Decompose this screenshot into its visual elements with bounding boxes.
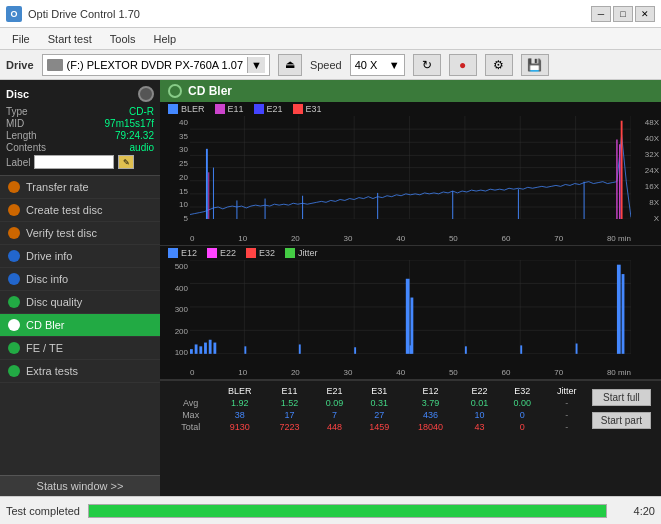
drive-selector[interactable]: (F:) PLEXTOR DVDR PX-760A 1.07 ▼: [42, 54, 270, 76]
legend-e22: E22: [207, 248, 236, 258]
chart2-svg: [190, 260, 631, 354]
chart1-y-axis-right: 48X 40X 32X 24X 16X 8X X: [631, 116, 661, 225]
legend-e32: E32: [246, 248, 275, 258]
legend-e31-box: [293, 104, 303, 114]
x2-10: 10: [238, 368, 247, 377]
svg-rect-47: [213, 343, 216, 354]
disc-label-row: Label ✎: [6, 155, 154, 169]
sidebar-item-drive-info[interactable]: Drive info: [0, 245, 160, 268]
minimize-button[interactable]: ─: [591, 6, 611, 22]
svg-rect-48: [406, 279, 410, 354]
drive-dropdown-btn[interactable]: ▼: [247, 57, 265, 73]
y1r-label-40x: 40X: [633, 134, 659, 143]
legend-e31: E31: [293, 104, 322, 114]
chart-area: CD Bler BLER E11 E21 E31: [160, 80, 661, 496]
speed-selector[interactable]: 40 X ▼: [350, 54, 405, 76]
x2-0: 0: [190, 368, 194, 377]
nav-dot-transfer-rate: [8, 181, 20, 193]
label-edit-button[interactable]: ✎: [118, 155, 134, 169]
legend-e22-label: E22: [220, 248, 236, 258]
record-button[interactable]: ●: [449, 54, 477, 76]
svg-rect-55: [410, 345, 412, 353]
table-buttons: Start full Start part: [590, 385, 653, 433]
menu-file[interactable]: File: [4, 31, 38, 47]
disc-contents-row: Contents audio: [6, 142, 154, 153]
sidebar-item-cd-bler[interactable]: CD Bler: [0, 314, 160, 337]
row-max-e11: 17: [266, 409, 313, 421]
svg-rect-43: [195, 344, 198, 353]
length-value: 79:24.32: [115, 130, 154, 141]
table-row-avg: Avg 1.92 1.52 0.09 0.31 3.79 0.01 0.00 -: [168, 397, 590, 409]
close-button[interactable]: ✕: [635, 6, 655, 22]
start-full-button[interactable]: Start full: [592, 389, 651, 406]
data-table: BLER E11 E21 E31 E12 E22 E32 Jitter: [168, 385, 590, 433]
svg-rect-50: [617, 265, 621, 354]
row-avg-bler: 1.92: [213, 397, 266, 409]
svg-rect-52: [244, 346, 246, 354]
svg-rect-56: [465, 346, 467, 354]
x1-50: 50: [449, 234, 458, 243]
sidebar-item-disc-quality[interactable]: Disc quality: [0, 291, 160, 314]
x1-70: 70: [554, 234, 563, 243]
chart1-legend: BLER E11 E21 E31: [160, 102, 661, 116]
chart2-legend: E12 E22 E32 Jitter: [160, 246, 661, 260]
sidebar-item-fe-te[interactable]: FE / TE: [0, 337, 160, 360]
svg-rect-45: [204, 343, 207, 354]
mid-label: MID: [6, 118, 24, 129]
legend-e21: E21: [254, 104, 283, 114]
sidebar-item-create-test-disc[interactable]: Create test disc: [0, 199, 160, 222]
maximize-button[interactable]: □: [613, 6, 633, 22]
disc-icon: [138, 86, 154, 102]
label-input[interactable]: [34, 155, 114, 169]
chart1-svg: [190, 116, 631, 219]
nav-dot-create-test-disc: [8, 204, 20, 216]
titlebar: O Opti Drive Control 1.70 ─ □ ✕: [0, 0, 661, 28]
sidebar-item-extra-tests[interactable]: Extra tests: [0, 360, 160, 383]
drive-label: Drive: [6, 59, 34, 71]
th-bler: BLER: [213, 385, 266, 397]
legend-bler-label: BLER: [181, 104, 205, 114]
start-part-button[interactable]: Start part: [592, 412, 651, 429]
legend-e12: E12: [168, 248, 197, 258]
disc-type-row: Type CD-R: [6, 106, 154, 117]
th-e31: E31: [356, 385, 403, 397]
y1-label-15: 15: [162, 187, 188, 196]
x2-50: 50: [449, 368, 458, 377]
statusbar: Test completed 4:20: [0, 496, 661, 524]
sidebar: Disc Type CD-R MID 97m15s17f Length 79:2…: [0, 80, 160, 496]
chart2-wrapper: 500 400 300 200 100: [160, 260, 661, 380]
sidebar-label-extra-tests: Extra tests: [26, 365, 78, 377]
save-button[interactable]: 💾: [521, 54, 549, 76]
legend-e21-box: [254, 104, 264, 114]
app-title: Opti Drive Control 1.70: [28, 8, 140, 20]
legend-e21-label: E21: [267, 104, 283, 114]
row-max-e32: 0: [501, 409, 544, 421]
eject-button[interactable]: ⏏: [278, 54, 302, 76]
y1r-label-8x: 8X: [633, 198, 659, 207]
y1r-label-24x: 24X: [633, 166, 659, 175]
sidebar-spacer: [0, 383, 160, 475]
y2-label-500: 500: [162, 262, 188, 271]
row-max-label: Max: [168, 409, 213, 421]
legend-jitter: Jitter: [285, 248, 318, 258]
chart2-y-axis: 500 400 300 200 100: [160, 260, 190, 359]
menu-tools[interactable]: Tools: [102, 31, 144, 47]
menu-start-test[interactable]: Start test: [40, 31, 100, 47]
row-max-e21: 7: [313, 409, 356, 421]
status-window-button[interactable]: Status window >>: [0, 475, 160, 496]
menu-help[interactable]: Help: [145, 31, 184, 47]
main-content: Disc Type CD-R MID 97m15s17f Length 79:2…: [0, 80, 661, 496]
svg-rect-51: [622, 274, 625, 354]
sidebar-item-disc-info[interactable]: Disc info: [0, 268, 160, 291]
sidebar-item-transfer-rate[interactable]: Transfer rate: [0, 176, 160, 199]
chart1-x-axis: 0 10 20 30 40 50 60 70 80 min: [190, 234, 631, 243]
legend-e31-label: E31: [306, 104, 322, 114]
data-table-area: BLER E11 E21 E31 E12 E22 E32 Jitter: [160, 380, 661, 437]
row-avg-e11: 1.52: [266, 397, 313, 409]
sidebar-item-verify-test-disc[interactable]: Verify test disc: [0, 222, 160, 245]
refresh-button[interactable]: ↻: [413, 54, 441, 76]
row-avg-e22: 0.01: [458, 397, 501, 409]
svg-rect-54: [354, 347, 356, 354]
disc-length-row: Length 79:24.32: [6, 130, 154, 141]
settings-button[interactable]: ⚙: [485, 54, 513, 76]
